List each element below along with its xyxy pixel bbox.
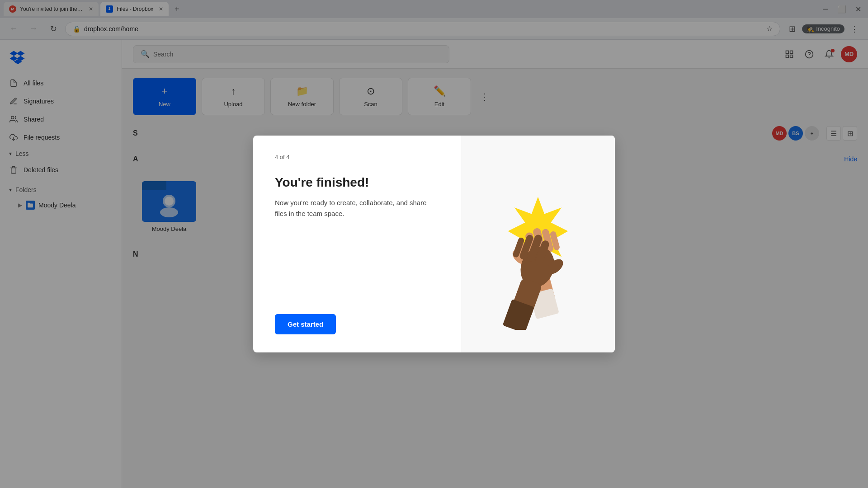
highfive-illustration [461,136,615,352]
modal-left: 4 of 4 You're finished! Now you're ready… [253,136,461,352]
modal-footer: Get started [275,314,439,334]
modal-title: You're finished! [275,175,439,190]
modal-overlay: 4 of 4 You're finished! Now you're ready… [0,0,868,488]
modal-description: Now you're ready to create, collaborate,… [275,197,439,219]
get-started-button[interactable]: Get started [275,314,336,334]
modal-right [461,136,615,352]
modal-dialog: 4 of 4 You're finished! Now you're ready… [253,136,615,352]
step-indicator: 4 of 4 [275,154,439,160]
